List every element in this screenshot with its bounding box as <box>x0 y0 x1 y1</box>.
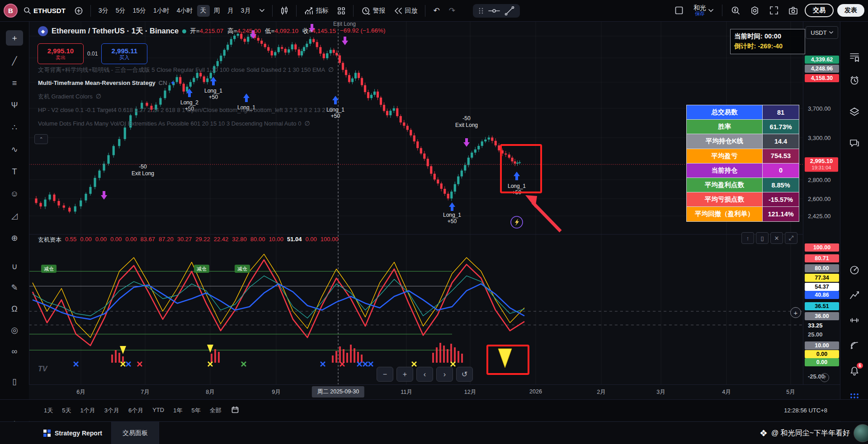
pattern-tool-icon[interactable]: ∴ <box>6 120 23 135</box>
replay-button[interactable]: 回放 <box>391 5 420 17</box>
add-order-plus-button[interactable]: + <box>790 307 801 318</box>
markets-icon[interactable] <box>849 315 860 327</box>
range-5天[interactable]: 5天 <box>58 405 75 416</box>
templates-button[interactable] <box>334 5 349 17</box>
eye-off-icon[interactable]: ∅ <box>328 66 334 73</box>
legend-row-2[interactable]: 玄机 Gradient Colors∅ <box>38 93 334 99</box>
range-3个月[interactable]: 3个月 <box>100 405 123 416</box>
timeframe-3分[interactable]: 3分 <box>95 5 112 17</box>
legend-row-0[interactable]: 文哥背离+科学均线+聪明钱 - 三合一合成版 5 Close Regular F… <box>38 66 334 73</box>
sparkle-icon[interactable]: ✦ <box>170 80 175 86</box>
screenshot-button[interactable] <box>785 5 801 17</box>
legend-row-4[interactable]: Volume Dots Find As Many Vol/OI Extremit… <box>38 120 334 126</box>
trend-line-tool-icon[interactable]: ╱ <box>6 53 23 69</box>
range-1个月[interactable]: 1个月 <box>76 405 99 416</box>
layout-name-button[interactable]: 和光 保存 <box>690 3 717 18</box>
notifications-bell-icon[interactable]: 6 <box>849 365 860 378</box>
currency-dropdown[interactable]: USDT <box>806 26 838 39</box>
pane-maximize-button[interactable]: ⤢ <box>785 232 797 244</box>
streams-icon[interactable] <box>849 340 860 353</box>
layout-select-button[interactable] <box>671 4 687 17</box>
cross-tool-icon[interactable]: ＋ <box>6 30 23 46</box>
symbol-title[interactable]: Ethereum / TetherUS · 1天 · Binance <box>52 26 179 36</box>
pane-delete-button[interactable]: ▯ <box>756 232 769 244</box>
symbol-search[interactable]: ETHUSDT <box>20 5 69 16</box>
scroll-left-button[interactable]: ‹ <box>416 367 433 382</box>
reset-view-button[interactable]: ↺ <box>456 367 473 382</box>
trash-tool-icon[interactable]: ▯ <box>6 374 23 389</box>
alert-button[interactable]: 警报 <box>358 5 388 17</box>
quick-search-button[interactable] <box>728 4 743 17</box>
timeframe-1小时[interactable]: 1小时 <box>150 5 173 17</box>
chat-icon[interactable] <box>849 138 860 151</box>
price-axis[interactable]: 4,339.624,248.964,158.303,700.003,300.00… <box>803 22 840 384</box>
eye-off-icon[interactable]: ∅ <box>304 120 310 126</box>
time-label-2月: 2月 <box>597 388 605 396</box>
sell-button[interactable]: 2,995.10 卖出 <box>38 43 84 64</box>
text-tool-icon[interactable]: T <box>6 164 23 179</box>
go-to-date-button[interactable] <box>227 404 243 416</box>
range-1天[interactable]: 1天 <box>40 405 57 416</box>
brush-tool-icon[interactable]: ∿ <box>6 142 23 157</box>
horizontal-line-tool-icon[interactable] <box>488 8 500 14</box>
emoji-tool-icon[interactable]: ☺ <box>6 186 23 201</box>
zoom-in-button[interactable]: + <box>396 367 413 382</box>
edit-tool-icon[interactable]: ✎ <box>6 280 23 295</box>
hide-tool-icon[interactable]: ◎ <box>6 322 23 338</box>
range-6个月[interactable]: 6个月 <box>124 405 147 416</box>
screener-radar-icon[interactable] <box>849 265 860 277</box>
fullscreen-button[interactable] <box>766 4 782 17</box>
drag-handle-icon[interactable] <box>478 7 484 14</box>
fib-tool-icon[interactable]: ≡ <box>6 75 23 91</box>
zoom-out-button[interactable]: − <box>377 367 393 382</box>
redo-button[interactable]: ↷ <box>446 4 458 17</box>
link-tool-icon[interactable]: ∞ <box>6 344 23 359</box>
range-YTD[interactable]: YTD <box>148 405 168 416</box>
timeframe-周[interactable]: 周 <box>211 5 223 17</box>
timeframe-15分[interactable]: 15分 <box>129 5 149 17</box>
pane-close-button[interactable]: ✕ <box>770 232 783 244</box>
user-avatar[interactable]: B <box>4 4 18 18</box>
timeframe-5分[interactable]: 5分 <box>113 5 129 17</box>
pitchfork-tool-icon[interactable]: Ψ <box>6 98 23 113</box>
magnet-tool-icon[interactable]: ∪ <box>6 259 23 274</box>
pane-move-up-button[interactable]: ↑ <box>741 232 754 244</box>
legend-collapse-button[interactable]: ⌃ <box>34 134 48 144</box>
range-5年[interactable]: 5年 <box>187 405 204 416</box>
trade-button[interactable]: 交易 <box>805 4 834 17</box>
settings-button[interactable] <box>747 4 763 17</box>
lock-tool-icon[interactable]: Ω <box>6 301 23 317</box>
tab-strategy-report[interactable]: Strategy Report <box>0 422 111 444</box>
timeframe-3月[interactable]: 3月 <box>238 5 254 17</box>
timeframe-天[interactable]: 天 <box>197 5 210 17</box>
scroll-right-button[interactable]: › <box>436 367 453 382</box>
indicators-button[interactable]: 指标 <box>301 5 331 17</box>
range-1年[interactable]: 1年 <box>169 405 186 416</box>
oscillator-name[interactable]: 玄机资本 <box>38 236 61 244</box>
trend-line-tool-icon[interactable] <box>505 6 514 15</box>
tab-trading-panel[interactable]: 交易面板 <box>111 422 159 444</box>
watchlist-icon[interactable] <box>849 51 860 64</box>
ideas-icon[interactable] <box>849 290 860 303</box>
tradingview-logo[interactable]: TV <box>38 365 47 373</box>
publish-button[interactable]: 发表 <box>837 4 864 17</box>
alerts-clock-icon[interactable] <box>849 75 860 88</box>
timeframe-4小时[interactable]: 4小时 <box>174 5 196 17</box>
time-axis[interactable]: 6月7月8月9月11月12月20262月3月4月5月周二 2025-09-30 <box>29 384 840 400</box>
measure-tool-icon[interactable]: ◿ <box>6 208 23 224</box>
eye-off-icon[interactable]: ∅ <box>96 93 101 99</box>
legend-row-3[interactable]: HP - V2 close 0.1 -0.1 Target4 0.618 1.2… <box>38 107 334 113</box>
range-全部[interactable]: 全部 <box>206 405 226 416</box>
clock-display[interactable]: 12:28:56 UTC+8 <box>784 407 827 414</box>
compare-add-button[interactable] <box>71 5 86 17</box>
legend-row-1[interactable]: Multi-Timeframe Mean-Reversion StrategyC… <box>38 80 334 86</box>
help-icon[interactable]: ? <box>820 373 829 382</box>
chart-style-button[interactable] <box>277 5 292 17</box>
zoom-tool-icon[interactable]: ⊕ <box>6 230 23 246</box>
buy-button[interactable]: 2,995.11 买入 <box>101 43 147 64</box>
undo-button[interactable]: ↶ <box>430 4 443 17</box>
object-tree-icon[interactable] <box>849 107 860 119</box>
timeframe-expand[interactable] <box>256 7 268 14</box>
timeframe-月[interactable]: 月 <box>224 5 237 17</box>
eye-off-icon[interactable]: ∅ <box>329 107 334 113</box>
